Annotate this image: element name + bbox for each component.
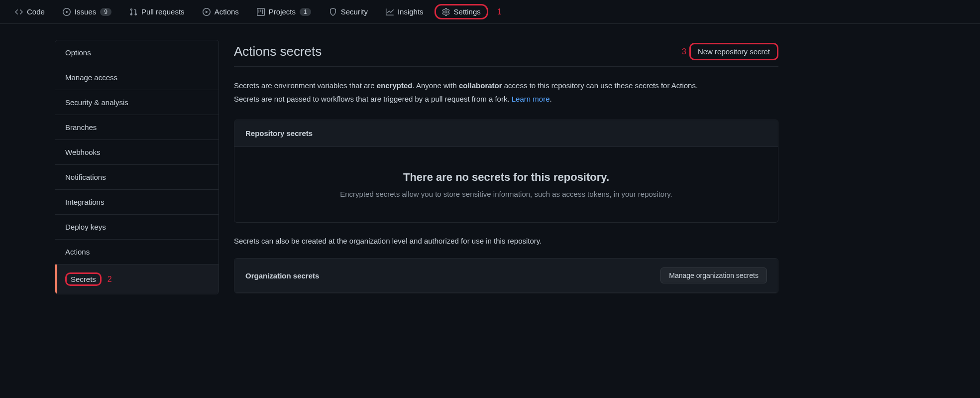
- sidebar-secrets-label: Secrets: [65, 272, 102, 286]
- nav-insights-label: Insights: [398, 7, 424, 16]
- repository-secrets-title: Repository secrets: [245, 129, 313, 137]
- desc-text: Secrets are not passed to workflows that…: [234, 95, 512, 103]
- repository-secrets-empty: There are no secrets for this repository…: [234, 147, 778, 222]
- issue-icon: [63, 8, 71, 16]
- sidebar-secrets[interactable]: Secrets 2: [55, 265, 218, 294]
- nav-pulls-label: Pull requests: [141, 7, 185, 16]
- repo-nav: Code Issues 9 Pull requests Actions Proj…: [0, 0, 980, 24]
- nav-security[interactable]: Security: [322, 3, 375, 20]
- sidebar-webhooks-label: Webhooks: [65, 148, 101, 156]
- nav-issues[interactable]: Issues 9: [56, 3, 118, 20]
- secrets-description: Secrets are environment variables that a…: [234, 79, 778, 106]
- gear-icon: [442, 8, 450, 16]
- settings-sidebar: Options Manage access Security & analysi…: [55, 40, 219, 294]
- nav-settings-label: Settings: [454, 7, 481, 16]
- sidebar-notifications-label: Notifications: [65, 173, 106, 181]
- play-icon: [203, 8, 211, 16]
- sidebar-manage-access[interactable]: Manage access: [55, 65, 218, 90]
- sidebar-manage-access-label: Manage access: [65, 73, 117, 82]
- manage-organization-secrets-button[interactable]: Manage organization secrets: [660, 267, 767, 283]
- empty-title: There are no secrets for this repository…: [244, 171, 768, 184]
- new-secret-wrap: 3 New repository secret: [682, 43, 778, 60]
- sidebar-integrations[interactable]: Integrations: [55, 190, 218, 215]
- sidebar-deploy-keys[interactable]: Deploy keys: [55, 215, 218, 240]
- desc-bold-collaborator: collaborator: [459, 81, 502, 90]
- repository-secrets-header: Repository secrets: [234, 120, 778, 147]
- issues-count-badge: 9: [100, 8, 111, 16]
- nav-settings[interactable]: Settings: [435, 4, 488, 19]
- sidebar-webhooks[interactable]: Webhooks: [55, 140, 218, 165]
- svg-point-0: [66, 11, 68, 13]
- nav-issues-label: Issues: [75, 7, 96, 16]
- annotation-2: 2: [108, 275, 112, 284]
- organization-secrets-panel: Organization secrets Manage organization…: [234, 258, 778, 293]
- annotation-1: 1: [497, 7, 502, 16]
- sidebar-actions-label: Actions: [65, 248, 90, 256]
- new-repository-secret-button[interactable]: New repository secret: [689, 43, 778, 60]
- nav-insights[interactable]: Insights: [379, 3, 431, 20]
- org-note: Secrets can also be created at the organ…: [234, 237, 778, 245]
- graph-icon: [386, 8, 394, 16]
- project-icon: [257, 8, 265, 16]
- sidebar-options-label: Options: [65, 48, 91, 57]
- empty-subtitle: Encrypted secrets allow you to store sen…: [244, 190, 768, 198]
- sidebar-notifications[interactable]: Notifications: [55, 165, 218, 190]
- sidebar-actions[interactable]: Actions: [55, 240, 218, 265]
- organization-secrets-title: Organization secrets: [245, 271, 319, 280]
- sidebar-integrations-label: Integrations: [65, 198, 104, 206]
- desc-text: . Anyone with: [413, 81, 459, 90]
- nav-security-label: Security: [341, 7, 368, 16]
- desc-text: .: [550, 95, 552, 103]
- main-header: Actions secrets 3 New repository secret: [234, 43, 778, 67]
- nav-actions[interactable]: Actions: [196, 3, 246, 20]
- repository-secrets-panel: Repository secrets There are no secrets …: [234, 120, 778, 223]
- nav-actions-label: Actions: [215, 7, 239, 16]
- sidebar-deploy-keys-label: Deploy keys: [65, 223, 106, 231]
- shield-icon: [329, 8, 337, 16]
- sidebar-options[interactable]: Options: [55, 40, 218, 65]
- main-content: Actions secrets 3 New repository secret …: [234, 40, 778, 294]
- sidebar-security-analysis-label: Security & analysis: [65, 98, 128, 107]
- desc-bold-encrypted: encrypted: [377, 81, 413, 90]
- nav-projects[interactable]: Projects 1: [250, 3, 318, 20]
- desc-text: access to this repository can use these …: [502, 81, 698, 90]
- projects-count-badge: 1: [300, 8, 311, 16]
- sidebar-security-analysis[interactable]: Security & analysis: [55, 90, 218, 115]
- sidebar-branches[interactable]: Branches: [55, 115, 218, 140]
- code-icon: [15, 8, 23, 16]
- annotation-3: 3: [682, 47, 686, 56]
- nav-code-label: Code: [27, 7, 45, 16]
- nav-code[interactable]: Code: [8, 3, 52, 20]
- git-pull-request-icon: [129, 8, 137, 16]
- nav-projects-label: Projects: [269, 7, 296, 16]
- desc-text: Secrets are environment variables that a…: [234, 81, 377, 90]
- sidebar-branches-label: Branches: [65, 123, 97, 132]
- page-body: Options Manage access Security & analysi…: [0, 24, 786, 294]
- organization-secrets-header: Organization secrets Manage organization…: [234, 259, 778, 293]
- page-title: Actions secrets: [234, 44, 322, 59]
- nav-pulls[interactable]: Pull requests: [122, 3, 192, 20]
- learn-more-link[interactable]: Learn more: [512, 95, 550, 103]
